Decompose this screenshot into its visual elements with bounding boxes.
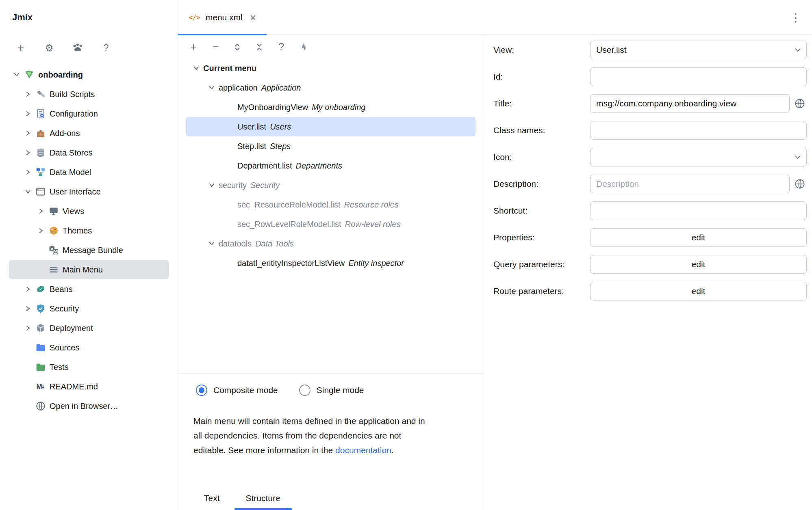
editor-bottom-tabs: Text Structure <box>178 486 484 510</box>
menu-item-name: datatools <box>219 239 252 249</box>
class-names-input[interactable] <box>596 125 801 135</box>
sidebar-item-build-scripts[interactable]: Build Scripts <box>9 84 169 104</box>
chevron-right-icon[interactable] <box>23 284 33 294</box>
collapse-all-icon[interactable] <box>251 39 267 55</box>
mode-description: Main menu will contain items defined in … <box>193 414 431 458</box>
menu-item-my-onboarding-view[interactable]: MyOnboardingView My onboarding <box>186 97 475 117</box>
menu-item-security[interactable]: security Security <box>186 175 475 195</box>
globe-icon[interactable] <box>793 178 807 190</box>
menu-item-datatools[interactable]: datatools Data Tools <box>186 234 475 253</box>
route-parameters-edit-button[interactable]: edit <box>590 282 807 300</box>
help-icon[interactable]: ? <box>273 39 289 55</box>
chevron-right-icon[interactable] <box>23 167 33 177</box>
tab-label: menu.xml <box>206 13 243 22</box>
sidebar-item-deployment[interactable]: Deployment <box>9 318 169 338</box>
sidebar-item-onboarding[interactable]: onboarding <box>9 65 169 84</box>
close-icon[interactable]: × <box>250 12 256 23</box>
paw-icon[interactable] <box>71 41 85 55</box>
sidebar-item-views[interactable]: Views <box>9 201 169 221</box>
chevron-right-icon[interactable] <box>23 303 33 314</box>
chevron-down-icon[interactable] <box>11 69 22 80</box>
sidebar-item-label: Data Model <box>50 168 91 177</box>
tests-folder-icon <box>35 361 46 373</box>
sidebar-item-tests[interactable]: Tests <box>9 357 169 377</box>
globe-icon <box>35 400 46 412</box>
id-input[interactable] <box>596 72 801 82</box>
remove-item-icon[interactable]: − <box>207 39 224 55</box>
menu-item-name: User.list <box>237 122 266 132</box>
documentation-link[interactable]: documentation <box>335 445 391 455</box>
sidebar-item-main-menu[interactable]: Main Menu <box>9 260 169 279</box>
chevron-down-icon[interactable] <box>191 63 202 73</box>
chevron-right-icon[interactable] <box>36 225 46 236</box>
title-label: Title: <box>493 99 590 108</box>
chevron-down-icon[interactable] <box>793 45 802 54</box>
chevron-spacer <box>23 401 33 411</box>
chevron-down-icon[interactable] <box>206 180 217 190</box>
composite-mode-label: Composite mode <box>213 385 278 395</box>
radio-unselected-icon[interactable] <box>299 385 310 396</box>
sidebar-item-label: Deployment <box>50 324 93 333</box>
sidebar-item-security[interactable]: Security <box>9 299 169 318</box>
menu-item-step-list[interactable]: Step.list Steps <box>186 136 475 156</box>
gear-icon[interactable]: ⚙ <box>42 41 56 55</box>
menu-item-caption: Data Tools <box>255 239 294 249</box>
icon-select[interactable] <box>590 148 807 166</box>
class-names-label: Class names: <box>493 125 590 135</box>
route-parameters-label: Route parameters: <box>493 286 590 296</box>
chevron-right-icon[interactable] <box>23 128 33 138</box>
radio-selected-icon[interactable] <box>196 385 207 396</box>
help-icon[interactable]: ? <box>99 41 113 55</box>
sidebar-item-data-stores[interactable]: Data Stores <box>9 143 169 162</box>
menu-toolbar: + − ? <box>178 35 484 58</box>
query-parameters-edit-button[interactable]: edit <box>590 255 807 274</box>
composite-mode-option[interactable]: Composite mode <box>196 385 278 396</box>
sidebar-item-sources[interactable]: Sources <box>9 338 169 357</box>
tab-structure[interactable]: Structure <box>234 486 292 510</box>
tab-text[interactable]: Text <box>193 486 231 510</box>
sidebar-item-user-interface[interactable]: User Interface <box>9 182 169 201</box>
chevron-spacer <box>23 362 33 372</box>
expand-all-icon[interactable] <box>229 39 245 55</box>
sidebar-item-configuration[interactable]: Configuration <box>9 104 169 123</box>
menu-item-application[interactable]: application Application <box>186 78 475 97</box>
chevron-down-icon[interactable] <box>206 238 217 249</box>
sidebar-item-data-model[interactable]: Data Model <box>9 162 169 182</box>
view-select[interactable]: User.list <box>590 41 807 59</box>
chevron-right-icon[interactable] <box>23 108 33 119</box>
sidebar-item-add-ons[interactable]: Add-ons <box>9 123 169 143</box>
menu-item-row-level-role[interactable]: sec_RowLevelRoleModel.list Row-level rol… <box>186 214 475 234</box>
sidebar-item-open-in-browser[interactable]: Open in Browser… <box>9 396 169 416</box>
divider <box>178 373 484 374</box>
properties-label: Properties: <box>493 233 590 242</box>
menu-item-entity-inspector[interactable]: datatl_entityInspectorListView Entity in… <box>186 253 475 273</box>
flame-icon[interactable] <box>295 39 311 55</box>
kebab-menu-icon[interactable]: ⋮ <box>790 0 801 35</box>
title-input[interactable] <box>596 99 784 108</box>
sidebar-item-readme[interactable]: M README.md <box>9 377 169 396</box>
sidebar-item-message-bundle[interactable]: Message Bundle <box>9 240 169 260</box>
menu-item-resource-role[interactable]: sec_ResourceRoleModel.list Resource role… <box>186 195 475 214</box>
chevron-right-icon[interactable] <box>23 89 33 99</box>
chevron-right-icon[interactable] <box>36 206 46 216</box>
chevron-down-icon[interactable] <box>206 82 217 93</box>
add-item-icon[interactable]: + <box>185 39 202 55</box>
chevron-right-icon[interactable] <box>23 323 33 333</box>
sidebar-item-beans[interactable]: Beans <box>9 279 169 299</box>
view-value: User.list <box>596 45 627 55</box>
globe-icon[interactable] <box>793 98 807 109</box>
menu-item-name: sec_ResourceRoleModel.list <box>237 200 340 210</box>
sidebar-item-themes[interactable]: Themes <box>9 221 169 240</box>
menu-item-user-list[interactable]: User.list Users <box>186 117 475 136</box>
tab-menu-xml[interactable]: </> menu.xml × <box>178 0 267 35</box>
menu-root[interactable]: Current menu <box>186 58 475 78</box>
single-mode-option[interactable]: Single mode <box>299 385 364 396</box>
description-input[interactable] <box>596 179 784 189</box>
add-icon[interactable]: + <box>14 41 28 55</box>
shortcut-input[interactable] <box>596 206 801 216</box>
chevron-down-icon[interactable] <box>23 186 33 197</box>
chevron-down-icon[interactable] <box>793 153 802 162</box>
properties-edit-button[interactable]: edit <box>590 228 807 247</box>
menu-item-department-list[interactable]: Department.list Departments <box>186 156 475 175</box>
chevron-right-icon[interactable] <box>23 147 33 158</box>
